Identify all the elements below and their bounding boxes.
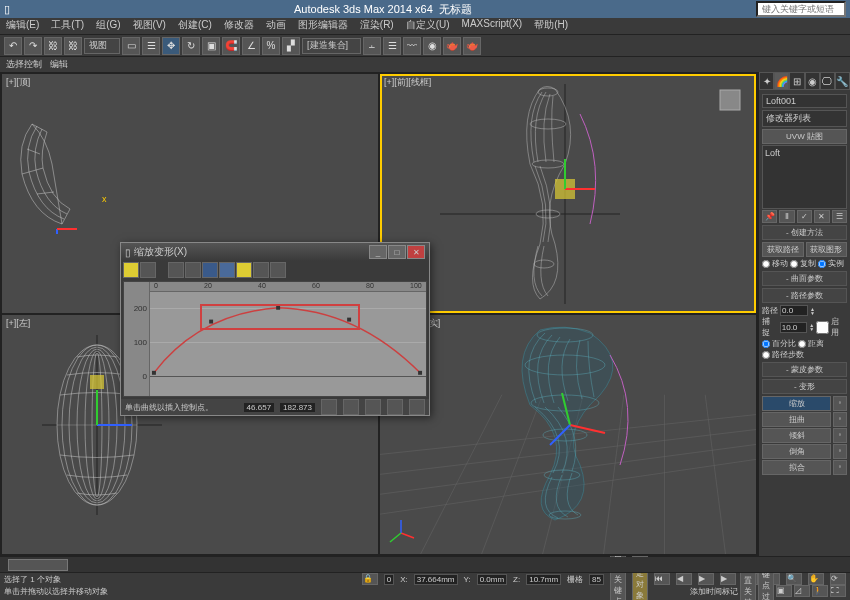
object-name-field[interactable]: Loft001 [762, 94, 847, 108]
hierarchy-tab[interactable]: ⊞ [789, 72, 804, 90]
angle-snap-toggle[interactable]: ∠ [242, 37, 260, 55]
stack-item-loft[interactable]: Loft [765, 148, 844, 158]
distance-radio[interactable] [798, 340, 806, 348]
prev-frame-button[interactable]: ◀ [676, 573, 692, 585]
walk-button[interactable]: 🚶 [812, 585, 828, 597]
bevel-toggle[interactable]: ◦ [833, 444, 847, 459]
move-button[interactable]: ✥ [162, 37, 180, 55]
fit-deform-button[interactable]: 拟合 [762, 460, 831, 475]
path-spinner[interactable]: 0.0 [780, 305, 808, 316]
menu-graph-editors[interactable]: 图形编辑器 [298, 18, 348, 34]
scale-cp-button[interactable] [185, 262, 201, 278]
frame-field[interactable]: 0 [384, 574, 394, 585]
modifier-stack[interactable]: Loft [762, 145, 847, 209]
fov-button[interactable]: ◿ [794, 585, 810, 597]
dialog-titlebar[interactable]: ▯ 缩放变形(X) _ □ ✕ [121, 243, 429, 261]
teeter-toggle[interactable]: ◦ [833, 428, 847, 443]
pan-button[interactable] [409, 399, 425, 415]
fit-toggle[interactable]: ◦ [833, 460, 847, 475]
time-slider[interactable] [8, 559, 68, 571]
percent-radio[interactable] [762, 340, 770, 348]
viewport-front[interactable]: [+][前][线框] [380, 74, 756, 313]
menu-customize[interactable]: 自定义(U) [406, 18, 450, 34]
grid-field[interactable]: 85 [589, 574, 604, 585]
scale-toggle[interactable]: ◦ [833, 396, 847, 411]
insert-corner-button[interactable] [202, 262, 218, 278]
zoom-button-nav[interactable]: 🔍 [786, 573, 802, 585]
percent-snap-toggle[interactable]: % [262, 37, 280, 55]
menu-help[interactable]: 帮助(H) [534, 18, 568, 34]
utilities-tab[interactable]: 🔧 [835, 72, 850, 90]
redo-button[interactable]: ↷ [24, 37, 42, 55]
max-viewport-button[interactable]: ▣ [776, 585, 792, 597]
unique-button[interactable]: ✓ [797, 210, 812, 223]
render-button[interactable]: 🫖 [463, 37, 481, 55]
motion-tab[interactable]: ◉ [805, 72, 820, 90]
snap-spinner[interactable]: 10.0 [780, 322, 808, 333]
uvw-button[interactable]: UVW 貼图 [762, 129, 847, 144]
deformations-rollout[interactable]: 变形 [762, 379, 847, 394]
y-field[interactable]: 0.0mm [477, 574, 507, 585]
path-params-rollout[interactable]: 路径参数 [762, 288, 847, 303]
undo-button[interactable]: ↶ [4, 37, 22, 55]
curve-editor-button[interactable]: 〰 [403, 37, 421, 55]
path-steps-radio[interactable] [762, 351, 770, 359]
remove-mod-button[interactable]: ✕ [814, 210, 829, 223]
select-name-button[interactable]: ☰ [142, 37, 160, 55]
align-button[interactable]: ⫠ [363, 37, 381, 55]
show-end-button[interactable]: Ⅱ [779, 210, 794, 223]
modifier-list-dropdown[interactable]: 修改器列表 [762, 110, 847, 127]
snap-toggle[interactable]: 🧲 [222, 37, 240, 55]
viewcube[interactable] [710, 80, 750, 120]
move-cp-button[interactable] [168, 262, 184, 278]
enable-snap-checkbox[interactable] [816, 321, 829, 334]
surface-params-rollout[interactable]: 曲面参数 [762, 271, 847, 286]
reset-cp-button[interactable] [270, 262, 286, 278]
skin-params-rollout[interactable]: 蒙皮参数 [762, 362, 847, 377]
scale-button[interactable]: ▣ [202, 37, 220, 55]
twist-toggle[interactable]: ◦ [833, 412, 847, 427]
viewport-perspective[interactable]: [+][透视][真实] [380, 315, 756, 554]
creation-method-rollout[interactable]: 创建方法 [762, 225, 847, 240]
zoom-v-button[interactable] [365, 399, 381, 415]
twist-deform-button[interactable]: 扭曲 [762, 412, 831, 427]
bevel-deform-button[interactable]: 倒角 [762, 444, 831, 459]
menu-modifiers[interactable]: 修改器 [224, 18, 254, 34]
path-spinner-arrows[interactable]: ▲▼ [810, 307, 815, 315]
snap-spinner-arrows[interactable]: ▲▼ [809, 323, 814, 331]
display-x-axis-button[interactable] [140, 262, 156, 278]
min-max-button[interactable]: ⛶ [830, 585, 846, 597]
z-field[interactable]: 10.7mm [526, 574, 561, 585]
create-tab[interactable]: ✦ [759, 72, 774, 90]
menu-edit[interactable]: 编辑(E) [6, 18, 39, 34]
pin-stack-button[interactable]: 📌 [762, 210, 777, 223]
add-time-tag[interactable]: 添加时间标记 [690, 586, 738, 597]
copy-radio[interactable] [790, 260, 798, 268]
pan-view-button[interactable]: ✋ [808, 573, 824, 585]
get-shape-button[interactable]: 获取图形 [806, 242, 848, 257]
zoom-h-button[interactable] [343, 399, 359, 415]
link-button[interactable]: ⛓ [44, 37, 62, 55]
delete-cp-button[interactable] [236, 262, 252, 278]
move-radio[interactable] [762, 260, 770, 268]
render-setup-button[interactable]: 🫖 [443, 37, 461, 55]
unlink-button[interactable]: ⛓ [64, 37, 82, 55]
teeter-deform-button[interactable]: 倾斜 [762, 428, 831, 443]
zoom-button[interactable] [387, 399, 403, 415]
instance-radio[interactable] [818, 260, 826, 268]
x-field[interactable]: 37.664mm [414, 574, 458, 585]
menu-view[interactable]: 视图(V) [133, 18, 166, 34]
dialog-minimize-button[interactable]: _ [369, 245, 387, 259]
menu-tools[interactable]: 工具(T) [51, 18, 84, 34]
layers-button[interactable]: ☰ [383, 37, 401, 55]
mirror-button[interactable]: ▞ [282, 37, 300, 55]
menu-create[interactable]: 创建(C) [178, 18, 212, 34]
time-ruler[interactable] [0, 557, 850, 573]
modify-tab[interactable]: 🌈 [774, 72, 789, 90]
play-button[interactable]: ▶ [698, 573, 714, 585]
next-frame-button[interactable]: ▶ [720, 573, 736, 585]
configure-button[interactable]: ☰ [832, 210, 847, 223]
menu-group[interactable]: 组(G) [96, 18, 120, 34]
menu-rendering[interactable]: 渲染(R) [360, 18, 394, 34]
insert-bezier-button[interactable] [219, 262, 235, 278]
